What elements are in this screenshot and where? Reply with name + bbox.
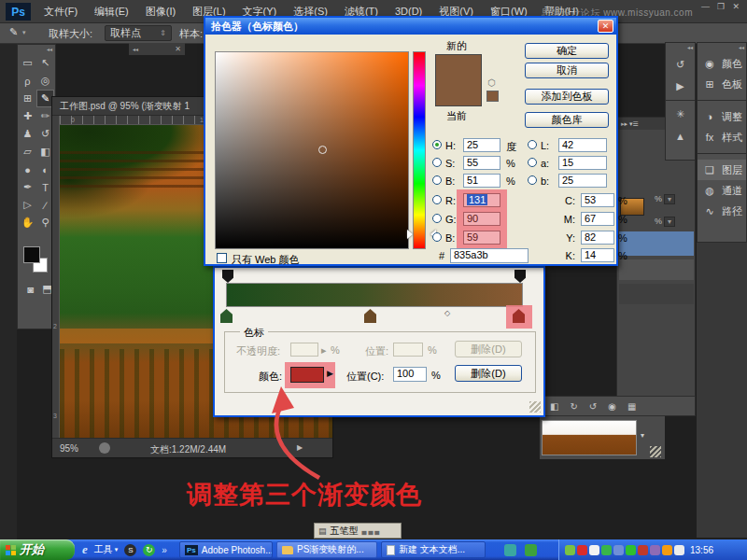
ime-buttons[interactable]: ▄ ▄ ▄ <box>362 527 380 534</box>
tray-icon[interactable] <box>650 545 660 555</box>
foreground-color-swatch[interactable] <box>23 246 40 263</box>
cancel-button[interactable]: 取消 <box>525 63 609 78</box>
clip-layer-icon[interactable]: ◧ <box>550 401 558 412</box>
delete-stop-button[interactable]: 删除(D) <box>455 365 522 382</box>
panel-tab-paths[interactable]: ∿ 路径 <box>698 201 746 221</box>
actions-panel-icon[interactable]: ▶ <box>671 77 689 95</box>
start-button[interactable]: 开始 <box>0 539 75 560</box>
zoom-level[interactable]: 95% <box>60 443 78 454</box>
sample-size-select[interactable]: 取样点 ⇕ <box>105 25 172 41</box>
g-field[interactable]: 90 <box>463 212 500 226</box>
panel-tab-adjustments[interactable]: ◑ 调整 <box>698 106 746 127</box>
pen-tool[interactable]: ✒ <box>19 178 36 196</box>
stop-color-swatch[interactable] <box>290 367 324 383</box>
path-selection-tool[interactable]: ▷ <box>19 196 36 214</box>
m-field[interactable]: 67 <box>581 212 614 226</box>
h-radio[interactable] <box>432 140 442 149</box>
trash-icon[interactable]: ▦ <box>627 401 636 412</box>
task-folder[interactable]: PS渐变映射的... <box>276 541 377 558</box>
y-field[interactable]: 82 <box>581 231 614 245</box>
swatch-arrow-icon[interactable]: ▶ <box>327 369 333 378</box>
b-radio[interactable] <box>432 175 442 185</box>
r-radio[interactable] <box>432 195 442 204</box>
dialog-close-icon[interactable]: ✕ <box>598 20 613 33</box>
eraser-tool[interactable]: ▱ <box>19 143 36 161</box>
b2-field[interactable]: 59 <box>463 231 500 245</box>
l-radio[interactable] <box>528 140 537 149</box>
resize-grip[interactable] <box>650 446 661 457</box>
tray-icon[interactable] <box>589 545 599 555</box>
s-field[interactable]: 55 <box>463 156 500 170</box>
resize-grip[interactable] <box>529 401 541 413</box>
ime-mode-label[interactable]: 五笔型 <box>331 525 359 538</box>
clone-stamp-tool[interactable]: ♟ <box>19 125 36 143</box>
lab-b-field[interactable]: 25 <box>558 174 607 188</box>
clock[interactable]: 13:56 <box>690 545 713 555</box>
refresh-icon[interactable]: ↻ <box>143 544 155 556</box>
tray-icon[interactable] <box>601 545 612 555</box>
fill-control[interactable]: % ▾ <box>655 215 694 228</box>
rect-marquee-tool[interactable]: ▭ <box>19 54 36 72</box>
color-field-marker[interactable] <box>318 146 327 154</box>
tray-icon[interactable] <box>674 545 684 555</box>
blur-tool[interactable]: ● <box>19 161 36 178</box>
opacity-stop[interactable] <box>222 270 233 283</box>
hex-field[interactable]: 835a3b <box>450 248 529 263</box>
tray-icon[interactable] <box>577 545 587 555</box>
panel-tab-swatches[interactable]: ⊞ 色板 <box>698 74 746 94</box>
task-photoshop[interactable]: Ps Adobe Photosh... <box>179 541 273 558</box>
tray-icon[interactable] <box>662 545 672 555</box>
quick-selection-tool[interactable]: ◎ <box>36 72 54 90</box>
l-field[interactable]: 42 <box>558 138 607 152</box>
minimize-icon[interactable]: — <box>701 2 710 11</box>
menu-file[interactable]: 文件(F) <box>35 0 86 23</box>
panel-tab-channels[interactable]: ◍ 通道 <box>698 180 746 201</box>
sogou-icon[interactable]: S <box>124 544 136 556</box>
ime-menu-icon[interactable]: ▤ <box>318 526 327 536</box>
color-stop-brown[interactable] <box>364 309 376 323</box>
properties-panel-icon[interactable]: ✳ <box>671 105 689 123</box>
a-radio[interactable] <box>528 158 537 167</box>
hand-tool[interactable]: ✋ <box>19 214 36 231</box>
taskbar-shortcut-icon[interactable] <box>525 544 537 556</box>
tray-icon[interactable] <box>565 545 575 555</box>
more-icon[interactable]: » <box>162 545 167 555</box>
r-field[interactable]: 131 <box>463 193 500 207</box>
add-to-swatches-button[interactable]: 添加到色板 <box>525 89 609 105</box>
restore-icon[interactable]: ❐ <box>717 2 725 11</box>
location2-field[interactable]: 100 <box>393 367 427 382</box>
menu-edit[interactable]: 编辑(E) <box>86 0 137 23</box>
tray-icon[interactable] <box>626 545 636 555</box>
layer-row[interactable] <box>619 259 694 280</box>
tools-menu[interactable]: 工具 ▾ <box>94 543 119 556</box>
eyedropper-tool-icon[interactable]: ✎ <box>9 26 18 38</box>
lab-b-radio[interactable] <box>528 175 537 185</box>
c-field[interactable]: 53 <box>581 193 614 207</box>
tray-icon[interactable] <box>638 545 648 555</box>
a-field[interactable]: 15 <box>558 156 607 170</box>
panel-header-icons[interactable]: ▸▸ ▾☰ <box>621 118 639 130</box>
ie-icon[interactable]: e <box>82 542 88 557</box>
dock-collapse-icon[interactable]: ◂◂ <box>666 43 695 53</box>
lasso-tool[interactable]: ρ <box>19 72 36 90</box>
panel-tab-layers[interactable]: ❏ 图层 <box>698 160 746 180</box>
dropdown-icon[interactable]: ▾ <box>664 217 675 227</box>
task-notepad[interactable]: 新建 文本文档... <box>381 541 486 558</box>
panel-tab-color[interactable]: ◉ 颜色 <box>698 53 746 74</box>
scroll-arrow-icon[interactable]: ▾ <box>641 431 644 440</box>
opacity-control[interactable]: % ▾ <box>655 192 694 205</box>
color-libraries-button[interactable]: 颜色库 <box>525 112 609 128</box>
b2-radio[interactable] <box>432 232 442 242</box>
gamut-warning-icon[interactable]: ⬡ <box>487 77 496 88</box>
reset-icon[interactable]: ↻ <box>570 401 577 412</box>
selected-layer-row[interactable] <box>619 231 694 256</box>
dialog-title-bar[interactable]: 拾色器（色标颜色） <box>205 18 616 35</box>
dropdown-icon[interactable]: ▾ <box>664 194 675 204</box>
panel-close-icon[interactable]: ✕ <box>175 45 181 53</box>
panel-tab-styles[interactable]: fx 样式 <box>698 127 746 147</box>
dock-collapse-icon[interactable]: ◂◂ <box>698 43 746 53</box>
gradient-preview-bar[interactable] <box>226 283 523 307</box>
quick-mask-icon[interactable]: ◙ <box>21 280 39 298</box>
tray-icon[interactable] <box>613 545 624 555</box>
midpoint-diamond-icon[interactable]: ◇ <box>444 309 450 317</box>
